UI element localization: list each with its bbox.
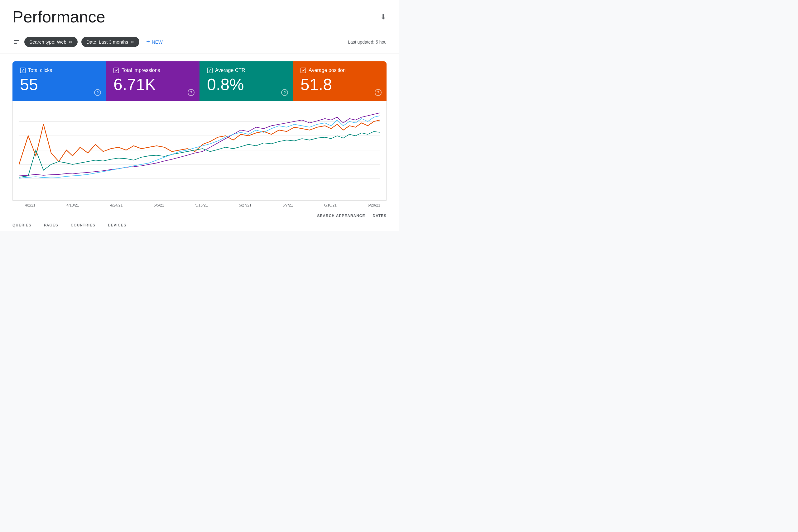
page-wrapper: Performance ⬇ Search type: Web ✏ Date: L… [0,0,399,231]
metric-label-position: Average position [301,68,379,73]
x-label-3: 5/5/21 [154,203,164,207]
impressions-help-icon[interactable]: ? [188,89,195,96]
clicks-label-text: Total clicks [28,68,52,73]
toolbar: Search type: Web ✏ Date: Last 3 months ✏… [0,30,399,54]
tab-devices[interactable]: DEVICES [108,222,126,229]
edit-search-type-icon: ✏ [69,40,73,44]
tab-row: SEARCH APPEARANCE DATES [0,207,399,219]
bottom-tabs: QUERIES PAGES COUNTRIES DEVICES [0,219,399,231]
impressions-label-text: Total impressions [122,68,160,73]
tab-dates[interactable]: DATES [373,212,386,219]
metric-card-impressions[interactable]: Total impressions 6.71K ? [106,61,200,101]
edit-date-icon: ✏ [131,40,134,44]
impressions-value: 6.71K [113,76,192,93]
header: Performance ⬇ [0,0,399,30]
metric-card-position[interactable]: Average position 51.8 ? [293,61,386,101]
x-label-4: 5/16/21 [196,203,208,207]
impressions-checkbox[interactable] [113,68,119,73]
x-label-1: 4/13/21 [67,203,79,207]
plus-icon: + [146,38,150,45]
chart-area [13,101,386,201]
search-type-chip[interactable]: Search type: Web ✏ [24,37,78,47]
new-filter-button[interactable]: + NEW [143,36,166,48]
x-label-0: 4/2/21 [25,203,35,207]
filter-icon[interactable] [13,39,21,45]
position-label-text: Average position [309,68,346,73]
ctr-help-icon[interactable]: ? [281,89,288,96]
metric-label-clicks: Total clicks [20,68,98,73]
ctr-label-text: Average CTR [215,68,245,73]
clicks-value: 55 [20,76,98,93]
ctr-value: 0.8% [207,76,286,93]
performance-chart [19,107,380,182]
page-title: Performance [13,7,105,26]
x-label-7: 6/18/21 [324,203,337,207]
x-label-5: 5/27/21 [239,203,252,207]
metrics-row: Total clicks 55 ? Total impressions 6.71… [13,61,386,101]
date-chip[interactable]: Date: Last 3 months ✏ [81,37,139,47]
new-button-label: NEW [152,39,163,44]
metric-label-impressions: Total impressions [113,68,192,73]
position-checkbox[interactable] [301,68,306,73]
x-axis-labels: 4/2/21 4/13/21 4/24/21 5/5/21 5/16/21 5/… [13,201,386,207]
metric-card-ctr[interactable]: Average CTR 0.8% ? [200,61,293,101]
x-label-2: 4/24/21 [110,203,123,207]
clicks-help-icon[interactable]: ? [94,89,101,96]
x-label-8: 6/29/21 [368,203,380,207]
metric-card-clicks[interactable]: Total clicks 55 ? [13,61,106,101]
tab-countries[interactable]: COUNTRIES [71,222,95,229]
tab-queries[interactable]: QUERIES [13,222,32,229]
search-type-label: Search type: Web [29,39,67,44]
metric-label-ctr: Average CTR [207,68,286,73]
download-icon[interactable]: ⬇ [380,13,386,21]
date-label: Date: Last 3 months [86,39,128,44]
tab-search-appearance[interactable]: SEARCH APPEARANCE [317,212,365,219]
tab-pages[interactable]: PAGES [44,222,58,229]
position-help-icon[interactable]: ? [375,89,382,96]
last-updated: Last updated: 5 hou [348,40,386,44]
x-label-6: 6/7/21 [283,203,293,207]
position-value: 51.8 [301,76,379,93]
clicks-checkbox[interactable] [20,68,25,73]
ctr-checkbox[interactable] [207,68,213,73]
